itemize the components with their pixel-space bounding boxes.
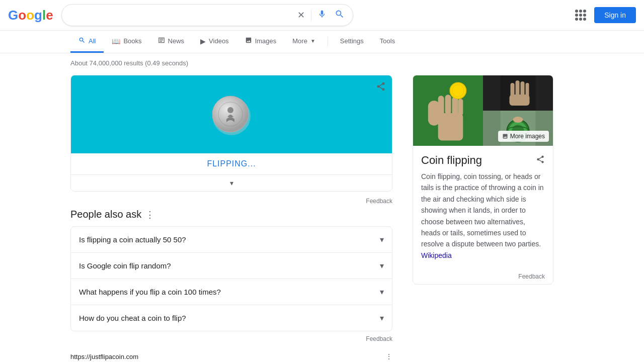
svg-point-11 bbox=[450, 82, 466, 99]
main-content: FLIPPING... ▾ Feedback People also ask ⋮… bbox=[0, 75, 644, 362]
svg-rect-10 bbox=[458, 99, 463, 116]
more-images-button[interactable]: More images bbox=[498, 131, 549, 142]
kp-title: Coin flipping bbox=[421, 154, 482, 167]
tab-all-label: All bbox=[89, 37, 96, 45]
results-info: About 74,000,000 results (0.49 seconds) bbox=[0, 55, 644, 71]
more-images-label: More images bbox=[510, 133, 545, 140]
tab-news-label: News bbox=[168, 37, 185, 45]
knowledge-panel-body: Coin flipping Coin flipping, coin tossin… bbox=[413, 146, 553, 269]
kp-title-row: Coin flipping bbox=[421, 154, 545, 167]
right-column: More images Coin flipping Coin flipping,… bbox=[413, 75, 553, 362]
expand-icon: ▾ bbox=[380, 313, 384, 323]
share-button[interactable] bbox=[376, 81, 386, 94]
chevron-down-icon: ▼ bbox=[310, 38, 315, 44]
svg-rect-18 bbox=[510, 95, 530, 106]
tab-videos[interactable]: ▶ Videos bbox=[192, 31, 237, 53]
svg-point-1 bbox=[212, 96, 249, 132]
coin-flip-widget: FLIPPING... ▾ bbox=[70, 75, 392, 192]
paa-item[interactable]: Is flipping a coin actually 50 50? ▾ bbox=[70, 226, 392, 253]
tab-settings-label: Settings bbox=[340, 37, 364, 45]
tab-more[interactable]: More ▼ bbox=[284, 31, 324, 52]
paa-item[interactable]: How do you cheat a coin to flip? ▾ bbox=[70, 305, 392, 331]
expand-icon: ▾ bbox=[380, 287, 384, 297]
voice-search-icon[interactable] bbox=[317, 10, 327, 21]
paa-item[interactable]: Is Google coin flip random? ▾ bbox=[70, 253, 392, 279]
tab-divider bbox=[328, 37, 328, 47]
divider bbox=[311, 9, 311, 21]
books-icon: 📖 bbox=[112, 37, 120, 45]
tab-settings[interactable]: Settings bbox=[332, 31, 372, 52]
header-right: Sign in bbox=[575, 7, 636, 23]
paa-feedback[interactable]: Feedback bbox=[70, 333, 392, 344]
tab-tools[interactable]: Tools bbox=[372, 31, 403, 52]
coin-expand-button[interactable]: ▾ bbox=[71, 174, 392, 191]
knowledge-panel: More images Coin flipping Coin flipping,… bbox=[413, 75, 553, 285]
search-bar: flip a coin ✕ bbox=[61, 4, 353, 26]
expand-icon: ▾ bbox=[380, 235, 384, 244]
widget-feedback[interactable]: Feedback bbox=[70, 196, 392, 209]
sign-in-button[interactable]: Sign in bbox=[594, 7, 636, 23]
tab-more-label: More bbox=[292, 37, 307, 45]
expand-icon: ▾ bbox=[380, 261, 384, 270]
clear-icon[interactable]: ✕ bbox=[297, 10, 305, 21]
left-column: FLIPPING... ▾ Feedback People also ask ⋮… bbox=[70, 75, 392, 362]
nav-tabs: All 📖 Books News ▶ Videos Images More ▼ … bbox=[0, 31, 644, 53]
tab-videos-label: Videos bbox=[209, 37, 229, 45]
result-url-line: https://justflipacoin.com ⋮ bbox=[70, 352, 392, 360]
kp-image-2[interactable] bbox=[483, 75, 553, 111]
result-url: https://justflipacoin.com bbox=[70, 353, 138, 360]
search-result: https://justflipacoin.com ⋮ Just Flip A … bbox=[70, 352, 392, 362]
images-icon bbox=[245, 37, 252, 45]
paa-question: What happens if you flip a coin 100 time… bbox=[79, 288, 221, 296]
svg-rect-7 bbox=[438, 96, 444, 116]
svg-rect-9 bbox=[452, 97, 458, 116]
people-also-ask-section: People also ask ⋮ Is flipping a coin act… bbox=[70, 209, 392, 344]
tab-tools-label: Tools bbox=[380, 37, 395, 45]
paa-options-icon[interactable]: ⋮ bbox=[145, 209, 154, 220]
wikipedia-link[interactable]: Wikipedia bbox=[421, 251, 452, 259]
result-options-icon[interactable]: ⋮ bbox=[385, 352, 392, 360]
kp-feedback[interactable]: Feedback bbox=[413, 269, 553, 284]
kp-image-1[interactable] bbox=[413, 75, 483, 146]
tab-images[interactable]: Images bbox=[237, 31, 285, 53]
coin-animation bbox=[209, 91, 254, 138]
paa-question: Is Google coin flip random? bbox=[79, 261, 171, 270]
kp-description: Coin flipping, coin tossing, or heads or… bbox=[421, 171, 545, 261]
all-icon bbox=[78, 37, 86, 45]
knowledge-panel-images: More images bbox=[413, 75, 553, 146]
news-icon bbox=[158, 37, 165, 45]
kp-image-3[interactable]: More images bbox=[483, 111, 553, 146]
apps-icon[interactable] bbox=[575, 10, 586, 21]
svg-point-3 bbox=[227, 107, 233, 113]
svg-rect-8 bbox=[445, 95, 451, 115]
tab-news[interactable]: News bbox=[150, 31, 193, 53]
tab-images-label: Images bbox=[255, 37, 277, 45]
paa-question: Is flipping a coin actually 50 50? bbox=[79, 235, 186, 244]
svg-rect-5 bbox=[438, 113, 463, 141]
tab-all[interactable]: All bbox=[70, 31, 104, 53]
search-submit-icon[interactable] bbox=[335, 9, 345, 22]
header: Google flip a coin ✕ bbox=[0, 0, 644, 31]
search-input[interactable]: flip a coin bbox=[70, 11, 293, 20]
google-logo[interactable]: Google bbox=[8, 8, 53, 23]
paa-item[interactable]: What happens if you flip a coin 100 time… bbox=[70, 279, 392, 305]
kp-share-icon[interactable] bbox=[536, 155, 545, 166]
coin-display bbox=[71, 75, 392, 153]
chevron-down-icon: ▾ bbox=[230, 179, 233, 187]
paa-header: People also ask ⋮ bbox=[70, 209, 392, 220]
paa-title: People also ask bbox=[70, 209, 141, 220]
svg-point-24 bbox=[513, 117, 523, 123]
tab-books[interactable]: 📖 Books bbox=[104, 31, 149, 53]
coin-status[interactable]: FLIPPING... bbox=[71, 153, 392, 174]
paa-question: How do you cheat a coin to flip? bbox=[79, 314, 186, 322]
videos-icon: ▶ bbox=[200, 37, 206, 45]
tab-books-label: Books bbox=[123, 37, 141, 45]
